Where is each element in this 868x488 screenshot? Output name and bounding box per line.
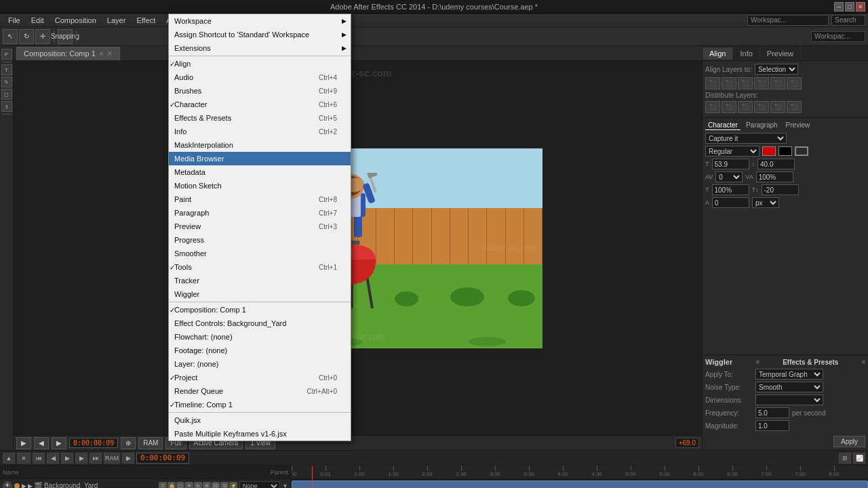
play-btn[interactable]: ▶ [16,437,31,449]
magnitude-input[interactable] [755,420,789,431]
menu-render-queue[interactable]: Render Queue Ctrl+Alt+0 [169,384,351,398]
anchor-tool[interactable]: ✛ [35,29,50,44]
menu-effect[interactable]: Effect [131,15,161,26]
menu-progress[interactable]: Progress [169,233,351,247]
menu-brushes[interactable]: Brushes Ctrl+9 [169,84,351,98]
menu-tracker[interactable]: Tracker [169,274,351,287]
menu-media-browser[interactable]: Media Browser [169,152,351,165]
stroke-color[interactable] [778,146,792,156]
menu-motion-sketch[interactable]: Motion Sketch [169,179,351,192]
wiggler-menu-btn[interactable]: ≡ [756,359,760,365]
time-code[interactable]: 0:00:00:09 [69,438,118,448]
tab-paragraph[interactable]: Paragraph [743,121,781,130]
select-tool[interactable]: ↖ [3,29,18,44]
tab-preview-char[interactable]: Preview [783,121,813,130]
playhead[interactable] [312,466,313,488]
menu-workspace[interactable]: Workspace [169,14,351,28]
go-start-btn[interactable]: ⏮ [33,453,45,464]
dist-hcenter-btn[interactable]: ⬛ [722,101,736,113]
dist-right-btn[interactable]: ⬛ [738,101,753,113]
clip-1[interactable] [292,481,868,488]
font-size-input[interactable] [712,159,749,169]
menu-layer[interactable]: Layer [102,15,132,26]
menu-footage[interactable]: Footage: (none) [169,344,351,357]
tab-preview[interactable]: Preview [760,47,801,60]
menu-preview[interactable]: Preview Ctrl+3 [169,220,351,233]
dist-left-btn[interactable]: ⬛ [705,101,720,113]
align-top-btn[interactable]: ⬛ [754,77,769,89]
layer-solo-1[interactable]: S [159,482,167,489]
frequency-input[interactable] [755,407,789,418]
tab-info[interactable]: Info [733,47,760,60]
tl-expand-btn[interactable]: ▲ [3,453,15,464]
search-box[interactable]: Search [831,15,865,26]
comp-tab-menu[interactable]: ≡ [100,50,103,57]
swap-colors[interactable] [795,146,808,156]
tl-timecode[interactable]: 0:00:00:09 [136,453,189,464]
menu-paste-keyframes[interactable]: Paste Multiple Keyframes v1-6.jsx [169,427,351,441]
workspace-selector[interactable]: Workspac... [747,15,829,26]
effects-menu-btn[interactable]: ≡ [862,359,865,365]
workspace-dropdown[interactable]: Workspac... [811,31,865,42]
layer-expand-1[interactable]: ▶ [22,483,26,489]
marker-btn[interactable]: ⊕ [121,437,136,449]
frame-back-btn[interactable]: ◀ [34,437,49,449]
ram-preview-btn[interactable]: RAM [104,453,120,464]
layer-eye-1[interactable]: 👁 [3,481,12,489]
noise-type-select[interactable]: Smooth Jagged [755,382,823,392]
align-hcenter-btn[interactable]: ⬛ [722,77,736,89]
align-bottom-btn[interactable]: ⬛ [787,77,802,89]
menu-quik[interactable]: Quik.jsx [169,413,351,427]
expand-graph-btn[interactable]: 📈 [853,453,865,464]
menu-project[interactable]: Project Ctrl+0 [169,371,351,384]
tracking-select[interactable]: 0 [715,171,743,182]
layer-quality-1[interactable]: ✦ [185,482,193,489]
menu-extensions[interactable]: Extensions [169,41,351,55]
layer-adj-1[interactable]: ⚡ [229,482,237,489]
prev-frame-btn[interactable]: ◀ [47,453,59,464]
layer-switches-btn[interactable]: ⊞ [839,453,851,464]
menu-character[interactable]: Character Ctrl+6 [169,98,351,111]
kerning-input[interactable] [756,171,793,182]
apply-to-select[interactable]: Temporal Graph Spatial Path [755,369,823,380]
font-style-select[interactable]: Regular Bold Italic [705,146,760,157]
dimensions-select[interactable]: All [755,394,823,405]
frame-fwd-btn[interactable]: ▶ [52,437,66,449]
dist-bottom-btn[interactable]: ⬛ [787,101,802,113]
menu-flowchart[interactable]: Flowchart: (none) [169,330,351,344]
3d-btn[interactable]: 3 [1,101,12,112]
menu-effects-presets[interactable]: Effects & Presets Ctrl+5 [169,111,351,125]
rotation-tool[interactable]: ↻ [19,29,34,44]
project-btn[interactable]: P [1,49,12,60]
preview-btn[interactable]: RAM [138,437,163,449]
vscale-input[interactable] [762,184,799,195]
menu-wiggler[interactable]: Wiggler [169,287,351,301]
baseline-input[interactable] [712,197,749,208]
comp-tab-close[interactable]: ✕ [107,50,113,57]
align-layers-select[interactable]: Selection Comp [755,64,798,75]
menu-comp1[interactable]: Composition: Comp 1 [169,303,351,317]
menu-tools[interactable]: Tools Ctrl+1 [169,260,351,274]
menu-smoother[interactable]: Smoother [169,247,351,260]
leading-input[interactable] [757,159,795,169]
layer-fx-1[interactable]: fx [194,482,202,489]
menu-paragraph[interactable]: Paragraph Ctrl+7 [169,206,351,220]
font-family-select[interactable]: Capture it [705,133,787,144]
fill-color[interactable] [762,146,776,156]
menu-composition[interactable]: Composition [50,15,102,26]
layer-motion-1[interactable]: ⧉ [220,482,229,489]
paint-btn[interactable]: ✎ [1,77,12,87]
dist-vcenter-btn[interactable]: ⬛ [770,101,785,113]
menu-assign-shortcut[interactable]: Assign Shortcut to 'Standard' Workspace [169,28,351,41]
layer-blend-1[interactable]: ⊕ [203,482,211,489]
tab-align[interactable]: Align [703,47,733,60]
layer-3d-1[interactable]: 3D [212,482,220,489]
menu-metadata[interactable]: Metadata [169,165,351,179]
units-select[interactable]: px [752,197,779,208]
layer-collapse-1[interactable]: ◻ [176,482,184,489]
align-right-btn[interactable]: ⬛ [738,77,753,89]
go-end-btn[interactable]: ⏭ [90,453,102,464]
align-vcenter-btn[interactable]: ⬛ [770,77,785,89]
table-row[interactable]: 👁 ▶ ▶ 🎬 Background_Yard S 🔒 ◻ ✦ fx ⊕ 3D … [0,479,291,488]
menu-mask-interp[interactable]: MaskInterpolation [169,138,351,152]
